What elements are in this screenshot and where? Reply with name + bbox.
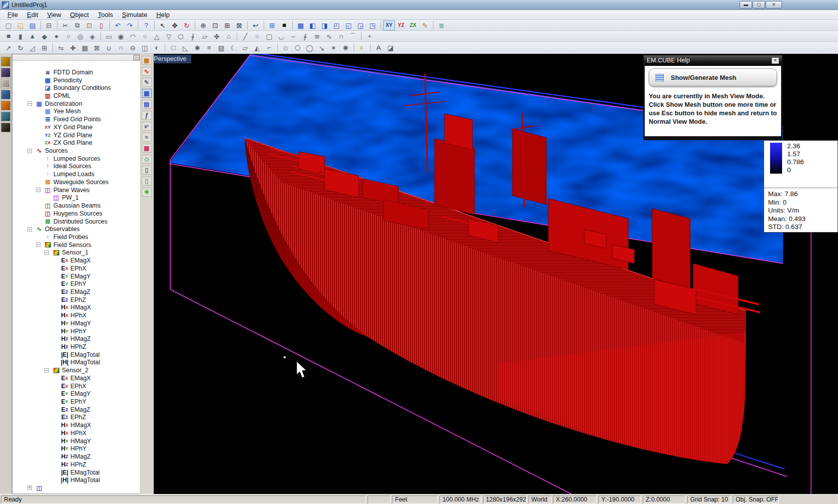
wedge-button[interactable]: ◺ [179, 43, 191, 53]
new-file-button[interactable]: ▢ [2, 20, 14, 30]
move-object-button[interactable]: ↗ [2, 43, 14, 53]
tree-item-ephy[interactable]: EYEPhY [53, 280, 140, 288]
domain-settings-icon[interactable]: ▦ [142, 56, 152, 65]
tree-item-sensor-1[interactable]: −Sensor_1 [44, 249, 140, 257]
tree-item-hmagx[interactable]: HXHMagX [53, 304, 140, 312]
select-button[interactable]: ↖ [157, 20, 169, 30]
tree-item-yee-mesh[interactable]: ▦Yee Mesh [36, 108, 140, 116]
boolean-intersect-button[interactable]: ∩ [115, 43, 127, 53]
tree-item-emagx[interactable]: EXEMagX [53, 256, 140, 264]
tree-item-boundary-conditions[interactable]: ◪Boundary Conditions [36, 84, 140, 92]
tilt-cylinder-button[interactable]: ▱ [239, 43, 251, 53]
menu-simulate[interactable]: Simulate [117, 10, 152, 19]
zoom-window-button[interactable]: ⊡ [209, 20, 221, 30]
tree-item-hphy[interactable]: HYHPhY [53, 327, 140, 335]
surf-rect-button[interactable]: ▭ [103, 31, 115, 41]
module-libera-icon[interactable] [1, 101, 10, 110]
curve-n-button[interactable]: ∩ [335, 31, 347, 41]
tree-item-farfield[interactable]: +◫ [27, 484, 140, 492]
tree-item-hphx[interactable]: HXHPhX [53, 311, 140, 319]
module-illumina-icon[interactable] [1, 112, 10, 121]
surf-triangle-button[interactable]: △ [151, 31, 163, 41]
tree-item-periodicity[interactable]: ▦Periodicity [36, 76, 140, 84]
orbit-button[interactable]: ↻ [181, 20, 193, 30]
mean-settings-icon[interactable]: ≈ [142, 133, 152, 142]
view-cube-left-button[interactable]: ◨ [319, 20, 331, 30]
tree-item-lumped-sources[interactable]: ↑Lumped Sources [36, 155, 140, 163]
zoom-extents-button[interactable]: ⊞ [221, 20, 233, 30]
tree-item-emagtotal[interactable]: |E|EMagTotal [53, 351, 140, 359]
array-object-button[interactable]: ⊞ [38, 43, 50, 53]
tree-item-hmagz[interactable]: HZHMagZ [53, 335, 140, 343]
zx-plane-button[interactable]: ZX [407, 20, 419, 30]
help-close-icon[interactable]: ✕ [772, 57, 779, 64]
undo-button[interactable]: ↶ [112, 20, 124, 30]
expand-minus-icon[interactable]: − [36, 243, 40, 247]
pan-button[interactable]: ✥ [169, 20, 181, 30]
print-button[interactable]: ⊟ [43, 20, 55, 30]
curve-circle-button[interactable]: ○ [251, 31, 263, 41]
tree-item-ephx[interactable]: EXEPhX [53, 382, 140, 390]
surf-clover-button[interactable]: ✤ [211, 31, 223, 41]
tree-item-discretization[interactable]: −▦Discretization [27, 100, 140, 108]
module-tempo-icon[interactable] [1, 79, 10, 88]
tree-item-emagz[interactable]: EZEMagZ [53, 406, 140, 414]
validate-icon[interactable]: ◇ [142, 155, 152, 164]
surf-hexagon-button[interactable]: ⬡ [175, 31, 187, 41]
tree-item-cpml[interactable]: ▥CPML [36, 92, 140, 100]
expand-minus-icon[interactable]: − [36, 188, 40, 192]
tree-item-hmagy[interactable]: HYHMagY [53, 437, 140, 445]
view-cube-bottom-button[interactable]: ◧ [307, 20, 319, 30]
tree-item-hphz[interactable]: HZHPhZ [53, 343, 140, 351]
view-cube-front-button[interactable]: ◲ [355, 20, 367, 30]
solid-box-button[interactable]: ■ [2, 31, 14, 41]
mesh-settings-icon[interactable]: ▤ [142, 100, 152, 109]
show-generate-mesh-button[interactable]: Show/Generate Mesh [649, 68, 777, 86]
surf-taper-button[interactable]: ▽ [163, 31, 175, 41]
point-tool-button[interactable]: + [364, 31, 376, 41]
tile-windows-button[interactable]: ⊞ [266, 20, 278, 30]
tree-item-field-sensors[interactable]: −Field Sensors [36, 241, 140, 249]
expand-minus-icon[interactable]: − [44, 251, 49, 255]
tree-item-hphy[interactable]: HYHPhY [53, 445, 140, 453]
measure-ruler-button[interactable]: ⊦ [356, 43, 368, 53]
tree-item-observables[interactable]: −∿Observables [27, 225, 140, 233]
sketch-button[interactable]: ✎ [419, 20, 431, 30]
tree-item-hmagtotal[interactable]: |H|HMagTotal [53, 476, 140, 484]
copy-button[interactable]: ⧉ [71, 20, 83, 30]
tree-item-ephz[interactable]: EZEPhZ [53, 296, 140, 304]
open-file-button[interactable]: ◱ [14, 20, 26, 30]
tree-item-yz-grid-plane[interactable]: YZYZ Grid Plane [36, 131, 140, 139]
tree-item-emagy[interactable]: EYEMagY [53, 390, 140, 398]
curve-helix-button[interactable]: ≋ [311, 31, 323, 41]
help-button[interactable]: ? [140, 20, 152, 30]
tree-item-ephz[interactable]: EZEPhZ [53, 414, 140, 422]
curve-m-button[interactable]: ⌒ [347, 31, 359, 41]
menu-edit[interactable]: Edit [22, 10, 42, 19]
curve-l-button[interactable]: ⌣ [287, 31, 299, 41]
view-cube-solid-button[interactable]: ▩ [295, 20, 307, 30]
cut-button[interactable]: ✂ [59, 20, 71, 30]
full-screen-button[interactable]: ■ [278, 20, 290, 30]
tree-item-emagy[interactable]: EYEMagY [53, 272, 140, 280]
menu-file[interactable]: File [3, 10, 22, 19]
module-cubecad-icon[interactable] [1, 57, 10, 66]
zoom-selected-button[interactable]: ⊠ [233, 20, 245, 30]
tree-top-scrollbar[interactable] [12, 54, 148, 61]
curve-line-button[interactable]: ╱ [239, 31, 251, 41]
title-bar[interactable]: UntitledProj1 ▬ ▢ ✕ [0, 0, 838, 10]
excitation-icon[interactable]: ∿ [142, 67, 152, 76]
maximize-button[interactable]: ▢ [753, 1, 765, 8]
tree-item-waveguide-sources[interactable]: ⊠Waveguide Sources [36, 178, 140, 186]
module-ferma-icon[interactable] [1, 123, 10, 132]
solid-ellipsoid-button[interactable]: ○ [62, 31, 74, 41]
module-terrano-icon[interactable] [1, 68, 10, 77]
cube-tool-button[interactable]: ◪ [385, 43, 397, 53]
module-picasso-icon[interactable] [1, 90, 10, 99]
cone-circle-button[interactable]: ◭ [251, 43, 263, 53]
show-mesh-icon[interactable]: ▦ [142, 89, 152, 98]
power-settings-icon[interactable]: x² [142, 122, 152, 131]
tree-item-pw-1[interactable]: ◫PW_1 [44, 194, 140, 202]
tree-item-gaussian-beams[interactable]: ◫Gaussian Beams [36, 202, 140, 210]
menu-object[interactable]: Object [65, 10, 93, 19]
